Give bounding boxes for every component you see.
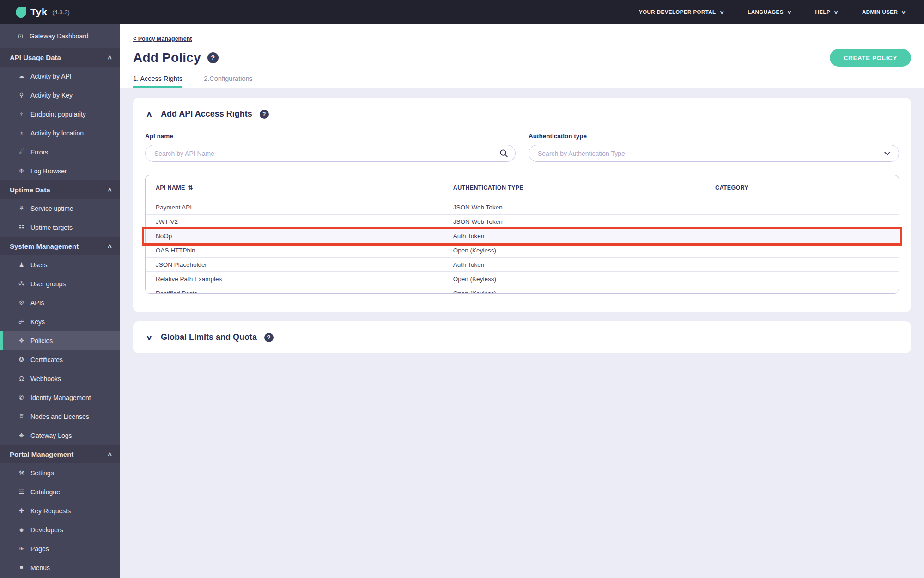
sort-icon[interactable]: ⇅ bbox=[188, 184, 193, 191]
table-row-rectified-posts[interactable]: Rectified PostsOpen (Keyless) bbox=[146, 286, 899, 294]
expand-chevron-icon[interactable]: ∨ bbox=[144, 333, 155, 342]
fork-icon: ♆ bbox=[18, 111, 25, 117]
table-row-payment-api[interactable]: Payment APIJSON Web Token bbox=[146, 200, 899, 215]
sidebar-item-key-requests[interactable]: ✤ Key Requests bbox=[0, 501, 120, 520]
sidebar-item-gateway-logs[interactable]: ❉ Gateway Logs bbox=[0, 426, 120, 445]
chevron-up-icon: ∧ bbox=[107, 54, 112, 61]
table-header-row: API NAME⇅AUTHENTICATION TYPECATEGORY bbox=[146, 175, 899, 200]
version-label: (4.3.3) bbox=[52, 9, 70, 16]
topnav-your-developer-portal[interactable]: YOUR DEVELOPER PORTAL ∨ bbox=[639, 9, 723, 15]
sidebar-section-uptime-data[interactable]: Uptime Data ∧ bbox=[0, 180, 120, 199]
auth-type-select[interactable] bbox=[529, 145, 899, 162]
cell-category bbox=[705, 286, 841, 294]
create-policy-button[interactable]: CREATE POLICY bbox=[830, 49, 911, 67]
sitemap-icon: ☍ bbox=[18, 318, 25, 325]
sidebar-item-keys[interactable]: ☍ Keys bbox=[0, 312, 120, 331]
sidebar-item-label: Gateway Logs bbox=[30, 432, 72, 439]
sidebar-item-apis[interactable]: ⚙ APIs bbox=[0, 293, 120, 312]
sidebar-item-policies[interactable]: ❖ Policies bbox=[0, 331, 120, 350]
sidebar-section-system-management[interactable]: System Management ∧ bbox=[0, 237, 120, 255]
api-table-zone: API NAME⇅AUTHENTICATION TYPECATEGORY Pay… bbox=[145, 175, 899, 294]
cell-auth-type: Auth Token bbox=[443, 258, 705, 271]
sidebar-section-portal-management[interactable]: Portal Management ∧ bbox=[0, 445, 120, 463]
cell-category bbox=[705, 215, 841, 228]
sidebar-item-label: Policies bbox=[30, 337, 53, 344]
help-icon[interactable]: ? bbox=[207, 52, 219, 63]
table-row-relative-path-examples[interactable]: Relative Path ExamplesOpen (Keyless) bbox=[146, 272, 899, 286]
cell-api-name: JWT-V2 bbox=[146, 215, 443, 228]
search-icon[interactable] bbox=[499, 149, 508, 158]
user-group-icon: ⁂ bbox=[18, 280, 25, 287]
cell-category bbox=[705, 243, 841, 257]
paw-icon: ✤ bbox=[18, 507, 25, 514]
tyk-logo[interactable]: Tyk (4.3.3) bbox=[16, 6, 70, 18]
sidebar-item-label: Uptime targets bbox=[30, 224, 73, 231]
table-row-noop[interactable]: NoOpAuth Token bbox=[146, 229, 899, 243]
sidebar-item-label: Gateway Dashboard bbox=[30, 32, 89, 40]
sidebar-item-activity-by-key[interactable]: ⚲ Activity by Key bbox=[0, 86, 120, 105]
help-icon[interactable]: ? bbox=[264, 333, 274, 342]
top-nav: YOUR DEVELOPER PORTAL ∨ LANGUAGES ∨ HELP… bbox=[639, 9, 906, 15]
sidebar-section-api-usage-data[interactable]: API Usage Data ∧ bbox=[0, 48, 120, 67]
sidebar-item-activity-by-api[interactable]: ☁ Activity by API bbox=[0, 67, 120, 86]
table-row-oas-httpbin[interactable]: OAS HTTPbinOpen (Keyless) bbox=[146, 243, 899, 258]
column-header-category: CATEGORY bbox=[705, 175, 841, 200]
sidebar-item-log-browser[interactable]: ❉ Log Browser bbox=[0, 161, 120, 180]
sidebar-section-label: Uptime Data bbox=[10, 186, 50, 194]
sidebar-item-service-uptime[interactable]: ⚘ Service uptime bbox=[0, 199, 120, 218]
sidebar-item-endpoint-popularity[interactable]: ♆ Endpoint popularity bbox=[0, 105, 120, 123]
cell-api-name: Relative Path Examples bbox=[146, 272, 443, 286]
sidebar-item-identity-management[interactable]: ✆ Identity Management bbox=[0, 388, 120, 407]
identity-icon: ✆ bbox=[18, 394, 25, 401]
bug-icon: ❉ bbox=[18, 432, 25, 439]
cell-category bbox=[705, 258, 841, 271]
tab-2-configurations[interactable]: 2.Configurations bbox=[204, 75, 253, 88]
sidebar-item-menus[interactable]: ≡ Menus bbox=[0, 558, 120, 577]
topnav-languages[interactable]: LANGUAGES ∨ bbox=[748, 9, 791, 15]
cell-auth-type: JSON Web Token bbox=[443, 200, 705, 214]
menu-icon: ≡ bbox=[18, 564, 25, 571]
table-row-jwt-v2[interactable]: JWT-V2JSON Web Token bbox=[146, 215, 899, 229]
chevron-up-icon: ∧ bbox=[107, 451, 112, 457]
sidebar-item-gateway-dashboard[interactable]: ⊡ Gateway Dashboard bbox=[0, 24, 120, 48]
user-icon: ♟ bbox=[18, 261, 25, 268]
sidebar-item-webhooks[interactable]: Ω Webhooks bbox=[0, 369, 120, 388]
breadcrumb[interactable]: < Policy Management bbox=[133, 36, 192, 42]
sidebar-item-certificates[interactable]: ✪ Certificates bbox=[0, 350, 120, 369]
app-window: Tyk (4.3.3) YOUR DEVELOPER PORTAL ∨ LANG… bbox=[0, 0, 924, 578]
bell-icon: Ω bbox=[18, 375, 25, 382]
tab-1-access-rights[interactable]: 1. Access Rights bbox=[133, 75, 182, 88]
sidebar-item-nodes-and-licenses[interactable]: ♖ Nodes and Licenses bbox=[0, 407, 120, 426]
table-body: Payment APIJSON Web TokenJWT-V2JSON Web … bbox=[146, 200, 899, 294]
topnav-admin-user[interactable]: ADMIN USER ∨ bbox=[862, 9, 906, 15]
sidebar-item-label: Menus bbox=[30, 564, 50, 572]
cell-api-name: OAS HTTPbin bbox=[146, 243, 443, 257]
api-name-search-input[interactable] bbox=[145, 145, 516, 162]
api-name-field-group: Api name bbox=[145, 133, 516, 162]
sidebar-item-settings[interactable]: ⚒ Settings bbox=[0, 463, 120, 482]
sidebar-item-errors[interactable]: ☄ Errors bbox=[0, 142, 120, 161]
cell-api-name: JSON Placeholder bbox=[146, 258, 443, 271]
cell-empty bbox=[841, 243, 899, 257]
section-title: Add API Access Rights bbox=[161, 109, 252, 119]
chevron-down-icon: ∨ bbox=[787, 10, 792, 15]
sidebar-item-catalogue[interactable]: ☰ Catalogue bbox=[0, 482, 120, 501]
sidebar-item-activity-by-location[interactable]: ♁ Activity by location bbox=[0, 123, 120, 142]
topnav-help[interactable]: HELP ∨ bbox=[815, 9, 838, 15]
table-row-json-placeholder[interactable]: JSON PlaceholderAuth Token bbox=[146, 258, 899, 272]
uptime-icon: ⚘ bbox=[18, 205, 25, 212]
sidebar-item-label: Webhooks bbox=[30, 375, 61, 382]
sidebar-item-developers[interactable]: ☻ Developers bbox=[0, 520, 120, 539]
sidebar-item-label: Log Browser bbox=[30, 167, 67, 175]
sidebar-item-user-groups[interactable]: ⁂ User groups bbox=[0, 274, 120, 293]
help-icon[interactable]: ? bbox=[260, 110, 269, 119]
global-limits-card: ∨ Global Limits and Quota ? bbox=[133, 321, 911, 353]
cell-category bbox=[705, 229, 841, 243]
sidebar-item-users[interactable]: ♟ Users bbox=[0, 255, 120, 274]
topnav-label: HELP bbox=[815, 9, 830, 15]
collapse-chevron-icon[interactable]: ∧ bbox=[144, 110, 155, 118]
sidebar-item-pages[interactable]: ❧ Pages bbox=[0, 539, 120, 558]
topnav-label: YOUR DEVELOPER PORTAL bbox=[639, 9, 716, 15]
cell-auth-type: Open (Keyless) bbox=[443, 272, 705, 286]
sidebar-item-uptime-targets[interactable]: ☷ Uptime targets bbox=[0, 218, 120, 237]
